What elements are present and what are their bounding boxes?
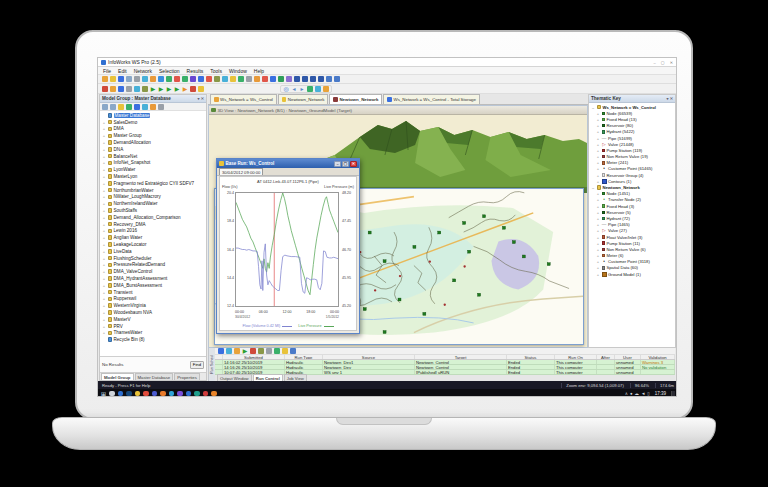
pdf-icon[interactable] [203,391,209,397]
expander-icon[interactable]: – [591,185,595,190]
snapshot-icon[interactable] [323,86,329,92]
run-group-icon[interactable]: ▶ [158,86,164,92]
expander-icon[interactable]: + [596,259,600,264]
output-tab-run-control[interactable]: Run Control [253,374,283,381]
maximize-button[interactable]: ▢ [342,161,349,167]
expander-icon[interactable]: + [102,201,106,206]
expander-icon[interactable]: + [102,242,106,247]
run-sched-vertical-tab[interactable]: Run Sched [208,348,215,381]
options-icon[interactable] [142,86,148,92]
graph-timestep-tab[interactable]: 30/04/2012 09:00:00 [219,168,263,175]
tree-item[interactable]: +Master Group [102,132,206,139]
flag-icon[interactable] [262,76,268,82]
expander-icon[interactable]: + [596,235,600,240]
tree-item[interactable]: +DMA_BurstAssessment [102,282,206,289]
expander-icon[interactable]: + [102,160,106,165]
resume-icon[interactable]: ▶ [174,86,180,92]
graph-titlebar[interactable]: Base Run: Ws_Control – ▢ ✕ [217,159,359,168]
open-icon[interactable] [110,76,116,82]
tree-item[interactable]: Master Database [102,112,206,119]
tree-item[interactable]: Recycle Bin (8) [102,336,206,343]
chrome-icon[interactable] [143,391,149,397]
expander-icon[interactable]: + [102,303,106,308]
column-User[interactable]: User [615,355,641,359]
browser-icon[interactable] [169,391,175,397]
tree-item[interactable]: +Recovery_DMA [102,221,206,228]
tree-item[interactable]: +Woodesbaum NVA [102,309,206,316]
schedule-icon[interactable] [118,86,124,92]
expander-icon[interactable]: + [596,111,600,116]
teams-icon[interactable] [152,391,158,397]
detail-icon[interactable] [274,348,280,354]
expander-icon[interactable]: + [102,215,106,220]
thematic-item[interactable]: +Ground Model (1) [591,271,675,277]
paste-icon[interactable] [150,76,156,82]
expander-icon[interactable]: + [596,204,600,209]
meter-tool-icon[interactable] [326,76,332,82]
tree-item[interactable]: +MasterV [102,316,206,323]
refresh-db-icon[interactable] [142,104,148,110]
compare-icon[interactable] [126,86,132,92]
expander-icon[interactable]: + [102,181,106,186]
validate-icon[interactable] [102,86,108,92]
find-button[interactable]: Find [190,361,204,369]
run-all-icon[interactable]: ▶ [166,86,172,92]
tree-item[interactable]: +Fragmento red Estratégico CYII SDFV7 [102,180,206,187]
excel-icon[interactable] [194,391,200,397]
expander-icon[interactable]: + [102,249,106,254]
column-After[interactable]: After [597,355,615,359]
mail-icon[interactable] [126,391,132,397]
tree-item[interactable]: +NorthumbrianWater [102,187,206,194]
expander-icon[interactable]: + [102,140,106,145]
expander-icon[interactable]: + [102,208,106,213]
save-icon[interactable] [118,76,124,82]
expander-icon[interactable]: + [596,173,600,178]
run-icon[interactable]: ▶ [150,86,156,92]
expander-icon[interactable]: + [102,276,106,281]
menu-window[interactable]: Window [229,68,247,74]
menu-file[interactable]: File [103,68,111,74]
grid-icon[interactable] [198,76,204,82]
expander-icon[interactable]: + [596,160,600,165]
menu-results[interactable]: Results [187,68,204,74]
theme-icon[interactable] [278,76,284,82]
panel-pin-close-icons[interactable]: ▾ ✕ [667,96,673,101]
priority-icon[interactable] [258,348,264,354]
stop-run-icon[interactable] [250,348,256,354]
long-section-icon[interactable] [190,76,196,82]
zoom-in-icon[interactable] [238,76,244,82]
find-icon[interactable] [174,76,180,82]
infoworks-icon[interactable] [211,391,217,397]
output-tab-output-window[interactable]: Output Window [217,374,252,381]
tree-item[interactable]: +NWater_LoughMacrory [102,194,206,201]
tray-icon-1[interactable]: ● [630,391,633,396]
explorer-icon[interactable] [135,391,141,397]
pump-tool-icon[interactable] [318,76,324,82]
start-button[interactable]: ⊞ [101,391,106,397]
next-icon[interactable]: ▸ [299,86,305,92]
tree-item[interactable]: +DMA_ValveControl [102,268,206,275]
zoom-extent-icon[interactable] [307,86,313,92]
window-controls[interactable]: – ▢ ✕ [653,60,675,65]
tree-item[interactable]: +PressureRelatedDemand [102,262,206,269]
tree-item[interactable]: +SouthStaffs [102,207,206,214]
expander-icon[interactable]: + [596,228,600,233]
doc-tab[interactable]: Newtown_Network [278,94,329,104]
expander-icon[interactable]: + [596,179,600,184]
expander-icon[interactable]: – [591,105,595,110]
geoplan-icon[interactable] [182,76,188,82]
tree-item[interactable]: +Demand_Allocation_Comparison [102,214,206,221]
taskbar-clock[interactable]: 17:39 [653,391,668,396]
expander-icon[interactable]: + [102,154,106,159]
graph-window[interactable]: Base Run: Ws_Control – ▢ ✕ 30/04/2012 09… [216,158,360,334]
plot-area[interactable] [235,192,339,307]
menu-selection[interactable]: Selection [159,68,180,74]
copy-row-icon[interactable] [226,348,232,354]
panel-tab-model-group[interactable]: Model Group [101,373,134,380]
expander-icon[interactable]: + [102,120,106,125]
3d-view-icon[interactable] [214,76,220,82]
tray-icon-3[interactable]: ◄ [641,391,645,396]
tree-item[interactable]: +Rupperswil [102,296,206,303]
tree-item[interactable]: +Transient [102,289,206,296]
expander-icon[interactable]: + [596,123,600,128]
